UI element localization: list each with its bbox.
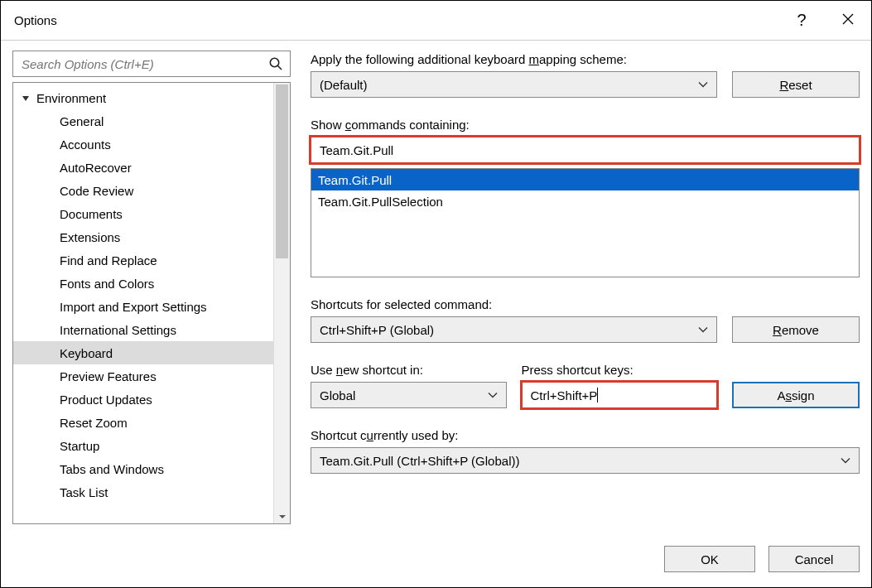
- tree-node-label: Startup: [60, 439, 99, 453]
- tree-node-label: AutoRecover: [60, 161, 132, 175]
- tree-node-label: Task List: [60, 485, 108, 499]
- currently-used-label: Shortcut currently used by:: [311, 428, 860, 442]
- scroll-down-button[interactable]: [274, 508, 290, 523]
- options-dialog: Options ? EnvironmentGeneralAccountsAuto…: [0, 0, 872, 588]
- close-button[interactable]: [825, 1, 871, 41]
- tree-node-label: Code Review: [60, 184, 133, 198]
- tree-node-environment[interactable]: Environment: [13, 86, 290, 109]
- window-title: Options: [14, 13, 778, 27]
- search-icon: [268, 56, 283, 71]
- tree-node-general[interactable]: General: [13, 109, 290, 133]
- tree-node-code-review[interactable]: Code Review: [13, 179, 290, 202]
- tree-node-extensions[interactable]: Extensions: [13, 225, 290, 248]
- press-shortcut-value: Ctrl+Shift+P: [531, 388, 598, 402]
- tree-node-task-list[interactable]: Task List: [13, 480, 290, 504]
- command-filter-input[interactable]: Team.Git.Pull: [311, 137, 860, 163]
- command-filter-value: Team.Git.Pull: [320, 143, 393, 157]
- tree-node-label: General: [60, 114, 104, 128]
- currently-used-value: Team.Git.Pull (Ctrl+Shift+P (Global)): [320, 454, 519, 468]
- mapping-scheme-label: Apply the following additional keyboard …: [311, 52, 860, 66]
- search-input[interactable]: [20, 56, 268, 72]
- tree-node-international-settings[interactable]: International Settings: [13, 318, 290, 341]
- tree-node-label: Environment: [36, 91, 106, 105]
- use-shortcut-in-label: Use new shortcut in:: [311, 363, 507, 377]
- chevron-down-icon: [488, 388, 498, 402]
- tree-node-fonts-and-colors[interactable]: Fonts and Colors: [13, 272, 290, 295]
- command-list-item-label: Team.Git.Pull: [318, 173, 392, 187]
- tree-node-find-and-replace[interactable]: Find and Replace: [13, 248, 290, 272]
- chevron-down-icon: [841, 454, 850, 468]
- remove-button[interactable]: Remove: [732, 316, 860, 343]
- shortcuts-label: Shortcuts for selected command:: [311, 297, 860, 311]
- chevron-down-icon: [278, 509, 287, 523]
- tree-node-label: Accounts: [60, 137, 111, 152]
- dialog-footer: OK Cancel: [1, 536, 871, 587]
- left-panel: EnvironmentGeneralAccountsAutoRecoverCod…: [12, 51, 291, 524]
- svg-point-0: [270, 58, 278, 66]
- tree-node-label: Preview Features: [60, 369, 157, 383]
- tree-node-startup[interactable]: Startup: [13, 434, 290, 457]
- tree-node-preview-features[interactable]: Preview Features: [13, 364, 290, 388]
- scrollbar-thumb[interactable]: [276, 84, 288, 258]
- tree-node-autorecover[interactable]: AutoRecover: [13, 156, 290, 179]
- search-box[interactable]: [12, 51, 291, 77]
- close-icon: [842, 13, 854, 28]
- tree-node-reset-zoom[interactable]: Reset Zoom: [13, 411, 290, 434]
- use-shortcut-in-value: Global: [320, 388, 355, 402]
- command-list-item[interactable]: Team.Git.PullSelection: [311, 190, 859, 212]
- tree-node-tabs-and-windows[interactable]: Tabs and Windows: [13, 457, 290, 480]
- tree-node-label: Find and Replace: [60, 253, 157, 267]
- shortcuts-value: Ctrl+Shift+P (Global): [320, 323, 434, 337]
- cancel-button[interactable]: Cancel: [768, 546, 860, 572]
- tree-node-documents[interactable]: Documents: [13, 202, 290, 225]
- tree-node-label: Import and Export Settings: [60, 300, 207, 314]
- shortcuts-combo[interactable]: Ctrl+Shift+P (Global): [311, 316, 717, 343]
- press-shortcut-label: Press shortcut keys:: [522, 363, 718, 377]
- tree-node-label: International Settings: [60, 323, 176, 337]
- tree-node-label: Tabs and Windows: [60, 462, 164, 476]
- tree-node-product-updates[interactable]: Product Updates: [13, 388, 290, 411]
- command-list-item-label: Team.Git.PullSelection: [318, 195, 443, 209]
- help-button[interactable]: ?: [778, 1, 825, 41]
- mapping-scheme-value: (Default): [320, 78, 368, 92]
- tree-node-label: Fonts and Colors: [60, 277, 154, 291]
- use-shortcut-in-combo[interactable]: Global: [311, 382, 507, 408]
- tree-node-label: Extensions: [60, 230, 120, 244]
- tree-scrollbar[interactable]: [273, 83, 290, 523]
- reset-button[interactable]: Reset: [732, 71, 860, 98]
- tree-node-label: Reset Zoom: [60, 416, 128, 430]
- text-cursor: [597, 388, 598, 402]
- show-commands-label: Show commands containing:: [311, 118, 860, 132]
- keyboard-settings-panel: Apply the following additional keyboard …: [311, 51, 860, 524]
- tree-node-label: Product Updates: [60, 393, 152, 407]
- ok-button[interactable]: OK: [664, 546, 755, 572]
- press-shortcut-input[interactable]: Ctrl+Shift+P: [522, 382, 718, 408]
- tree-node-import-and-export-settings[interactable]: Import and Export Settings: [13, 295, 290, 318]
- mapping-scheme-combo[interactable]: (Default): [311, 71, 717, 98]
- titlebar: Options ?: [1, 1, 871, 41]
- options-tree[interactable]: EnvironmentGeneralAccountsAutoRecoverCod…: [12, 82, 291, 524]
- command-list[interactable]: Team.Git.PullTeam.Git.PullSelection: [311, 168, 860, 277]
- tree-node-label: Documents: [60, 207, 123, 221]
- tree-node-label: Keyboard: [60, 346, 113, 360]
- command-list-item[interactable]: Team.Git.Pull: [311, 169, 859, 190]
- currently-used-combo[interactable]: Team.Git.Pull (Ctrl+Shift+P (Global)): [311, 447, 860, 474]
- tree-node-accounts[interactable]: Accounts: [13, 133, 290, 156]
- assign-button[interactable]: Assign: [732, 382, 860, 408]
- chevron-down-icon: [698, 78, 708, 92]
- tree-node-keyboard[interactable]: Keyboard: [13, 341, 290, 364]
- chevron-down-icon: [698, 323, 708, 337]
- caret-down-icon: [22, 91, 31, 105]
